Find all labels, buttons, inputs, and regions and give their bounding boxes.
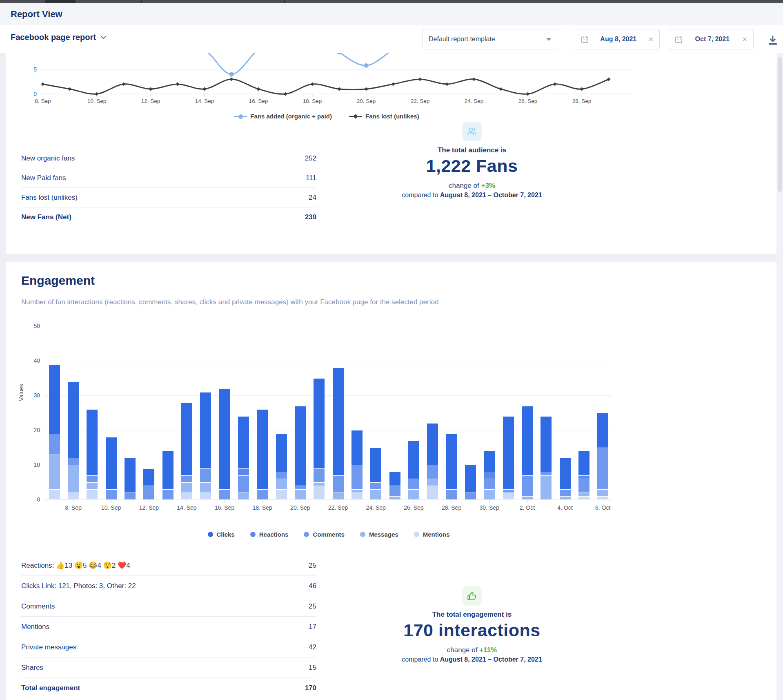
segment-mentions xyxy=(578,496,589,500)
table-row: Fans lost (unlikes)24 xyxy=(21,188,316,207)
scrollbar[interactable] xyxy=(776,53,783,700)
segment-comments xyxy=(389,486,400,496)
segment-clicks xyxy=(522,406,533,475)
legend-label: Comments xyxy=(313,531,345,538)
segment-mentions xyxy=(68,493,79,499)
download-report-button[interactable] xyxy=(767,34,781,48)
bar-19. Sep xyxy=(276,434,287,500)
x-axis-label: 22. Sep xyxy=(328,504,348,511)
segment-comments xyxy=(503,489,514,493)
segment-mentions xyxy=(276,489,287,500)
bar-2. Oct xyxy=(522,406,533,500)
legend-item[interactable]: Clicks xyxy=(208,531,235,538)
date-from-picker[interactable]: Aug 8, 2021 ✕ xyxy=(575,29,660,49)
segment-comments xyxy=(276,472,287,479)
segment-clicks xyxy=(560,458,571,489)
legend-item[interactable]: Comments xyxy=(304,531,345,538)
row-label: Total engagement xyxy=(21,684,80,692)
bar-slot xyxy=(140,326,158,499)
engagement-compared: compared to August 8, 2021 – October 7, … xyxy=(388,656,556,663)
engagement-description: Number of fan interactions (reactions, c… xyxy=(21,298,438,306)
x-axis-label: 16. Sep xyxy=(215,504,234,511)
x-label-slot: 16. Sep xyxy=(215,499,234,513)
svg-text:8. Sep: 8. Sep xyxy=(35,98,51,104)
x-tick xyxy=(376,499,376,503)
x-label-slot: 4. Oct xyxy=(556,499,574,513)
fans-section-card: 508. Sep10. Sep12. Sep14. Sep16. Sep18. … xyxy=(6,53,777,254)
row-value: 170 xyxy=(305,684,316,692)
bar-slot xyxy=(461,326,480,499)
segment-comments xyxy=(484,479,495,489)
row-label: Clicks Link: 121, Photos: 3, Other: 22 xyxy=(21,582,136,590)
x-axis-label: 14. Sep xyxy=(177,504,196,511)
template-select-value: Default report template xyxy=(429,36,495,43)
segment-messages xyxy=(597,489,608,496)
x-axis-label: 30. Sep xyxy=(480,504,499,511)
segment-comments xyxy=(541,472,552,475)
segment-comments xyxy=(219,489,230,500)
clear-date-from-icon[interactable]: ✕ xyxy=(648,36,654,43)
x-label-slot: 18. Sep xyxy=(253,499,272,513)
bar-slot xyxy=(329,326,347,499)
segment-comments xyxy=(333,475,344,493)
segment-comments xyxy=(49,434,60,455)
bar-21. Sep xyxy=(314,378,325,500)
x-tick xyxy=(149,499,149,503)
legend-item[interactable]: Messages xyxy=(360,531,398,538)
thumbs-up-icon xyxy=(466,590,478,602)
x-label-slot xyxy=(499,499,518,513)
x-axis-label: 24. Sep xyxy=(366,504,386,511)
row-value: 111 xyxy=(306,174,316,182)
segment-comments xyxy=(465,493,476,499)
engagement-bar-chart xyxy=(45,326,612,499)
engagement-change-pct: +11% xyxy=(479,646,497,654)
x-label-slot xyxy=(574,499,593,513)
bar-slot xyxy=(83,326,102,499)
segment-mentions xyxy=(427,486,438,499)
segment-comments xyxy=(162,489,174,500)
x-axis-label: 12. Sep xyxy=(139,504,159,511)
x-label-slot: 26. Sep xyxy=(404,499,423,513)
x-axis-label: 4. Oct xyxy=(557,504,572,511)
chevron-down-icon xyxy=(101,34,106,39)
report-name-dropdown[interactable]: Facebook page report xyxy=(11,33,105,42)
segment-comments xyxy=(68,458,79,465)
toolbar: Facebook page report Default report temp… xyxy=(0,25,783,53)
browser-tab-fragment xyxy=(284,0,285,3)
segment-mentions xyxy=(49,489,60,500)
template-select[interactable]: Default report template xyxy=(423,29,557,49)
bar-25. Sep xyxy=(389,472,400,499)
segment-messages xyxy=(49,455,60,489)
browser-tab-fragment xyxy=(45,0,76,3)
y-axis-label: 50 xyxy=(22,323,40,329)
svg-text:24. Sep: 24. Sep xyxy=(465,98,484,104)
svg-text:5: 5 xyxy=(33,66,37,73)
x-label-slot xyxy=(196,499,215,513)
scrollbar-thumb[interactable] xyxy=(778,57,782,192)
clear-date-to-icon[interactable]: ✕ xyxy=(742,36,747,43)
x-tick xyxy=(489,499,490,503)
bar-26. Sep xyxy=(408,441,419,500)
x-label-slot: 30. Sep xyxy=(480,499,499,513)
bar-slot xyxy=(442,326,461,499)
segment-clicks xyxy=(389,472,400,486)
legend-item[interactable]: Fans lost (unlikes) xyxy=(349,113,419,120)
legend-dot-icon xyxy=(304,532,309,537)
segment-comments xyxy=(125,493,136,499)
segment-clicks xyxy=(181,402,192,475)
svg-text:14. Sep: 14. Sep xyxy=(195,98,214,104)
row-label: Private messages xyxy=(21,643,76,651)
bar-slot xyxy=(272,326,291,499)
row-label: Comments xyxy=(21,602,55,611)
segment-clicks xyxy=(333,368,344,475)
legend-item[interactable]: Fans added (organic + paid) xyxy=(234,113,332,120)
date-to-picker[interactable]: Oct 7, 2021 ✕ xyxy=(669,29,754,49)
segment-clicks xyxy=(238,416,249,468)
legend-item[interactable]: Mentions xyxy=(414,531,450,538)
x-axis-label: 26. Sep xyxy=(404,504,423,511)
segment-comments xyxy=(446,489,457,500)
legend-item[interactable]: Reactions xyxy=(250,531,289,538)
x-label-slot xyxy=(272,499,291,513)
segment-messages xyxy=(370,489,381,500)
x-tick xyxy=(73,499,73,503)
